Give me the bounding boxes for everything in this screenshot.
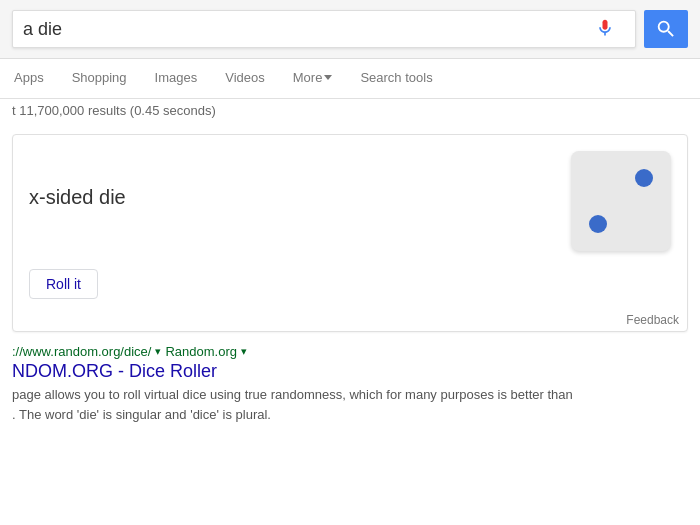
- search-input[interactable]: a die: [23, 19, 585, 40]
- search-input-wrapper: a die: [12, 10, 636, 48]
- search-button[interactable]: [644, 10, 688, 48]
- tab-videos[interactable]: Videos: [211, 59, 279, 99]
- dropdown-arrow-domain[interactable]: ▾: [241, 345, 247, 358]
- card-text: x-sided die: [29, 186, 551, 217]
- die-label: x-sided die: [29, 186, 551, 209]
- feedback-label: Feedback: [626, 313, 679, 327]
- result-title[interactable]: NDOM.ORG - Dice Roller: [12, 361, 688, 382]
- more-dropdown-arrow: [324, 75, 332, 80]
- featured-card: x-sided die Roll it Feedback: [12, 134, 688, 332]
- roll-it-button[interactable]: Roll it: [29, 269, 98, 299]
- card-footer: Roll it: [13, 261, 687, 311]
- dice-visual: [571, 151, 671, 251]
- result-url: ://www.random.org/dice/: [12, 344, 151, 359]
- card-content: x-sided die: [13, 135, 687, 261]
- dropdown-arrow-url[interactable]: ▾: [155, 345, 161, 358]
- result-snippet: page allows you to roll virtual dice usi…: [12, 385, 688, 424]
- main-content: t 11,700,000 results (0.45 seconds) x-si…: [0, 99, 700, 424]
- feedback-row: Feedback: [13, 311, 687, 331]
- dice-dot-2: [589, 215, 607, 233]
- tab-apps[interactable]: Apps: [0, 59, 58, 99]
- results-count: t 11,700,000 results (0.45 seconds): [12, 99, 688, 126]
- search-result-0: ://www.random.org/dice/ ▾ Random.org ▾ N…: [12, 344, 688, 424]
- tab-images[interactable]: Images: [141, 59, 212, 99]
- tab-more[interactable]: More: [279, 59, 347, 99]
- result-domain: Random.org: [165, 344, 237, 359]
- tab-shopping[interactable]: Shopping: [58, 59, 141, 99]
- search-bar-container: a die: [0, 0, 700, 59]
- result-url-line: ://www.random.org/dice/ ▾ Random.org ▾: [12, 344, 688, 359]
- nav-tabs: Apps Shopping Images Videos More Search …: [0, 59, 700, 99]
- microphone-icon[interactable]: [595, 18, 615, 41]
- tab-search-tools[interactable]: Search tools: [346, 59, 446, 99]
- dice-dot-1: [635, 169, 653, 187]
